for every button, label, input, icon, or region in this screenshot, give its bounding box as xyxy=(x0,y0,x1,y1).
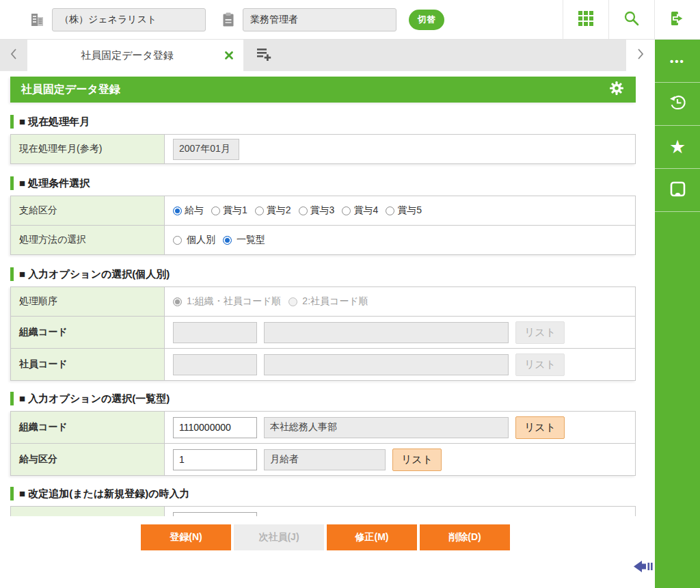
search-button[interactable] xyxy=(608,0,654,39)
search-icon xyxy=(623,10,641,30)
sidebar-more-button[interactable]: ••• xyxy=(655,40,700,83)
section-bar xyxy=(10,487,14,500)
delete-button[interactable]: 削除(D) xyxy=(420,524,510,550)
row-label: 組織コード xyxy=(11,412,165,443)
current-month-input xyxy=(173,139,239,160)
radio-method-individual[interactable]: 個人別 xyxy=(173,234,215,246)
individual-org-list-button: リスト xyxy=(515,321,565,344)
individual-org-name-input xyxy=(264,322,509,343)
radio-selected-icon xyxy=(173,206,182,215)
row-label: 支給区分 xyxy=(11,196,165,225)
radio-icon xyxy=(211,206,220,215)
revision-table-clipped xyxy=(10,506,636,516)
role-input[interactable] xyxy=(243,8,396,31)
list-org-name-input xyxy=(264,417,509,438)
switch-button[interactable]: 切替 xyxy=(409,10,444,30)
gear-icon xyxy=(608,80,625,99)
section-title: ■ 改定追加(または新規登録)の時入力 xyxy=(19,487,190,500)
app-menu-button[interactable] xyxy=(563,0,608,39)
more-icon: ••• xyxy=(670,55,685,67)
table-row: 処理順序 1:組織・社員コード順 2:社員コード順 xyxy=(11,287,635,316)
individual-options-table: 処理順序 1:組織・社員コード順 2:社員コード順 組織コード リスト 社員コー… xyxy=(10,286,636,381)
main-content: 社員固定データ登録 xyxy=(0,71,655,588)
modify-button[interactable]: 修正(M) xyxy=(327,524,417,550)
radio-icon xyxy=(386,206,394,215)
radio-order-employee: 2:社員コード順 xyxy=(288,295,368,308)
section-title: ■ 現在処理年月 xyxy=(19,116,90,129)
collapse-panel-button[interactable] xyxy=(633,559,655,577)
chevron-left-icon xyxy=(10,48,18,63)
section-header-current-month: ■ 現在処理年月 xyxy=(10,115,655,129)
list-org-list-button[interactable]: リスト xyxy=(515,416,565,439)
list-options-table: 組織コード リスト 給与区分 リスト xyxy=(10,411,636,476)
process-conditions-table: 支給区分 給与 賞与1 賞与2 賞与3 賞与4 賞与5 処理方法の選択 個人別 … xyxy=(10,196,636,255)
radio-payment-bonus4[interactable]: 賞与4 xyxy=(342,204,378,217)
logout-button[interactable] xyxy=(654,0,700,39)
radio-method-list[interactable]: 一覧型 xyxy=(223,234,265,246)
table-row: 社員コード リスト xyxy=(11,348,635,380)
next-employee-button: 次社員(J) xyxy=(234,524,324,550)
star-icon: ★ xyxy=(669,138,686,157)
radio-payment-bonus1[interactable]: 賞与1 xyxy=(211,204,247,217)
individual-employee-code-input xyxy=(173,354,257,375)
notebook-icon xyxy=(669,180,687,201)
radio-icon xyxy=(342,206,351,215)
section-title: ■ 処理条件選択 xyxy=(19,177,90,190)
radio-disabled-selected-icon xyxy=(173,297,182,306)
radio-payment-bonus5[interactable]: 賞与5 xyxy=(386,204,422,217)
row-label: 組織コード xyxy=(11,317,165,348)
current-month-table: 現在処理年月(参考) xyxy=(10,134,636,164)
register-button[interactable]: 登録(N) xyxy=(141,524,231,550)
section-header-individual-options: ■ 入力オプションの選択(個人別) xyxy=(10,267,655,281)
list-pay-type-name-input xyxy=(264,449,386,470)
top-header: 切替 xyxy=(0,0,700,40)
table-row: 処理方法の選択 個人別 一覧型 xyxy=(11,225,635,254)
section-bar xyxy=(10,115,14,129)
radio-payment-salary[interactable]: 給与 xyxy=(173,204,204,217)
row-label: 給与区分 xyxy=(11,444,165,475)
tab-bar: 社員固定データ登録 xyxy=(0,40,655,71)
radio-selected-icon xyxy=(223,236,232,245)
page-title: 社員固定データ登録 xyxy=(21,83,608,97)
individual-employee-name-input xyxy=(264,354,509,375)
individual-org-code-input xyxy=(173,322,257,343)
tab-scroll-right-button[interactable] xyxy=(626,40,655,71)
table-row xyxy=(11,507,635,516)
tab-scroll-left-button[interactable] xyxy=(0,40,27,71)
table-row: 組織コード リスト xyxy=(11,316,635,348)
radio-payment-bonus2[interactable]: 賞与2 xyxy=(255,204,291,217)
list-pay-type-code-input[interactable] xyxy=(173,449,257,470)
section-header-list-options: ■ 入力オプションの選択(一覧型) xyxy=(10,392,655,405)
sidebar-favorites-button[interactable]: ★ xyxy=(655,126,700,169)
table-row: 組織コード リスト xyxy=(11,412,635,443)
table-row: 支給区分 給与 賞与1 賞与2 賞与3 賞与4 賞与5 xyxy=(11,196,635,225)
app-window: 切替 xyxy=(0,0,700,588)
sidebar-history-button[interactable] xyxy=(655,83,700,126)
list-pay-type-list-button[interactable]: リスト xyxy=(392,449,442,471)
grid-menu-icon xyxy=(578,11,593,29)
right-sidebar: ••• ★ xyxy=(655,40,700,588)
action-button-row: 登録(N) 次社員(J) 修正(M) 削除(D) xyxy=(141,524,655,550)
section-bar xyxy=(10,267,14,281)
row-label: 社員コード xyxy=(11,349,165,380)
radio-payment-bonus3[interactable]: 賞与3 xyxy=(299,204,335,217)
section-bar xyxy=(10,392,14,405)
table-row: 現在処理年月(参考) xyxy=(11,135,635,163)
tab-close-icon[interactable] xyxy=(220,46,238,64)
add-tab-icon xyxy=(256,47,272,64)
individual-employee-list-button: リスト xyxy=(515,353,565,376)
list-org-code-input[interactable] xyxy=(173,417,257,438)
settings-button[interactable] xyxy=(608,80,625,99)
company-building-icon xyxy=(29,12,45,28)
tab-active[interactable]: 社員固定データ登録 xyxy=(27,40,243,71)
row-label: 処理方法の選択 xyxy=(11,226,165,254)
history-icon xyxy=(667,92,688,116)
revision-code-input[interactable] xyxy=(173,512,257,517)
chevron-right-icon xyxy=(636,48,645,63)
section-title: ■ 入力オプションの選択(個人別) xyxy=(19,268,170,281)
company-input[interactable] xyxy=(52,8,206,31)
sidebar-manual-button[interactable] xyxy=(655,169,700,212)
radio-icon xyxy=(255,206,264,215)
new-tab-button[interactable] xyxy=(243,40,284,71)
section-bar xyxy=(10,176,14,190)
